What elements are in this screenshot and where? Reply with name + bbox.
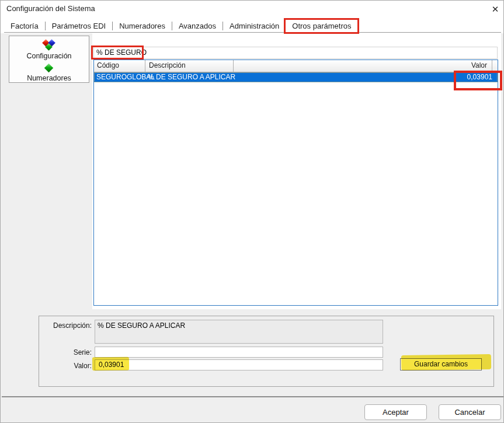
- sidebar-button-label: Configuración: [26, 52, 71, 60]
- tab-avanzados[interactable]: Avanzados: [172, 20, 223, 32]
- config-diamonds-icon: [41, 39, 57, 51]
- sidebar-button-label: Numeradores: [27, 74, 71, 82]
- serie-label: Serie:: [40, 348, 92, 356]
- table-header-row: Código Descripción Valor: [94, 60, 498, 72]
- valor-field[interactable]: 0,03901: [95, 359, 383, 370]
- window-title: Configuración del Sistema: [6, 4, 95, 13]
- footer-divider: [2, 396, 503, 397]
- sidebar-button-numeradores[interactable]: Numeradores: [9, 61, 89, 83]
- detail-group-box: Descripción: % DE SEGURO A APLICAR Serie…: [39, 316, 494, 387]
- serie-field[interactable]: [95, 347, 383, 358]
- parameter-filter-input[interactable]: % DE SEGURO: [93, 47, 498, 59]
- parameters-table[interactable]: Código Descripción Valor SEGUROGLOBAL % …: [93, 60, 498, 306]
- tab-administracion[interactable]: Administración: [223, 20, 286, 32]
- table-row-seguroglobal[interactable]: SEGUROGLOBAL % DE SEGURO A APLICAR 0,039…: [94, 72, 498, 82]
- tab-parametros-edi[interactable]: Parámetros EDI: [46, 20, 112, 32]
- column-header-valor[interactable]: Valor: [234, 60, 492, 72]
- column-header-descripcion[interactable]: Descripción: [145, 60, 234, 72]
- tab-factoria[interactable]: Factoría: [4, 20, 45, 32]
- green-diamond-icon: [43, 64, 55, 73]
- tabstrip: Factoría Parámetros EDI Numeradores Avan…: [4, 20, 501, 33]
- cell-valor: 0,03901: [437, 73, 497, 82]
- cancel-button[interactable]: Cancelar: [439, 404, 501, 420]
- tab-otros-parametros[interactable]: Otros parámetros: [286, 20, 357, 32]
- close-icon[interactable]: ✕: [489, 3, 502, 16]
- cell-descripcion: % DE SEGURO A APLICAR: [147, 73, 437, 82]
- descripcion-label: Descripción:: [40, 321, 92, 330]
- sidebar-button-configuracion[interactable]: Configuración: [9, 36, 89, 61]
- system-config-dialog: Configuración del Sistema ✕ Factoría Par…: [0, 0, 504, 423]
- tab-numeradores[interactable]: Numeradores: [113, 20, 172, 32]
- save-changes-button[interactable]: Guardar cambios: [400, 358, 482, 370]
- column-header-codigo[interactable]: Código: [94, 60, 145, 72]
- accept-button[interactable]: Aceptar: [364, 404, 427, 420]
- valor-label: Valor:: [40, 362, 92, 370]
- column-header-filler: [492, 60, 498, 72]
- cell-codigo: SEGUROGLOBAL: [95, 73, 147, 82]
- descripcion-field[interactable]: % DE SEGURO A APLICAR: [95, 320, 383, 344]
